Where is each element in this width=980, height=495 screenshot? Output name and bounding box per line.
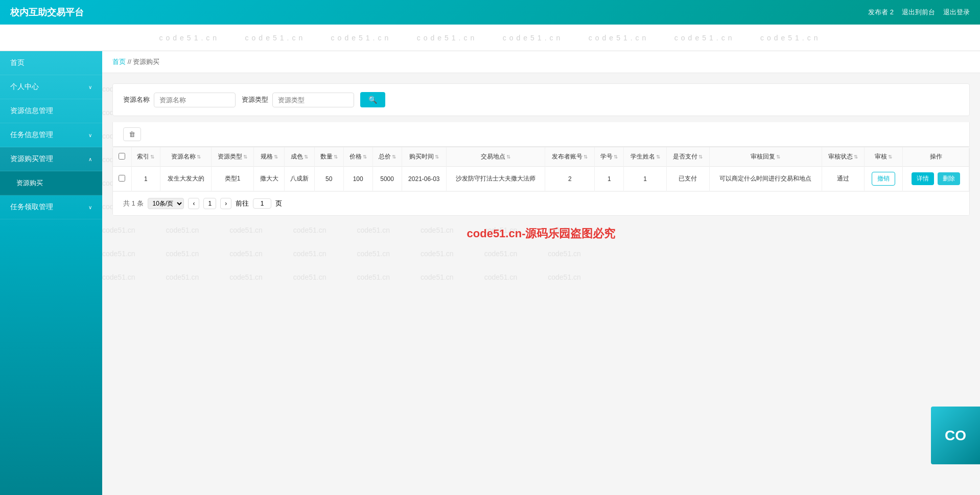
sidebar-item-task-info[interactable]: 任务信息管理 ∨ [0,123,102,147]
sidebar-item-resource-buy[interactable]: 资源购买管理 ∧ [0,147,102,171]
cell-buy-time: 2021-06-03 [402,167,447,191]
page-size-select[interactable]: 10条/页 20条/页 50条/页 [148,198,184,209]
cell-name: 发生大发大的 [160,167,211,191]
table-header-row: 索引⇅ 资源名称⇅ 资源类型⇅ 规格⇅ 成色⇅ 数量⇅ 价格⇅ 总价⇅ 购买时间… [113,147,969,167]
banner-watermark: code51.cn code51.cn code51.cn code51.cn … [159,34,821,42]
cell-publisher-num: 2 [545,167,595,191]
col-spec: 规格⇅ [254,147,284,167]
chevron-down-icon-task: ∨ [88,132,92,138]
purchase-table: 索引⇅ 资源名称⇅ 资源类型⇅ 规格⇅ 成色⇅ 数量⇅ 价格⇅ 总价⇅ 购买时间… [113,147,969,191]
col-type: 资源类型⇅ [211,147,254,167]
col-total: 总价⇅ [372,147,402,167]
breadcrumb: 首页 // 资源购买 [102,51,980,73]
resource-type-input[interactable] [272,93,354,107]
cell-review-action: 撤销 [865,167,903,191]
select-all-checkbox[interactable] [119,153,125,160]
cell-price: 100 [343,167,372,191]
resource-type-label: 资源类型 [242,95,268,104]
app-title: 校内互助交易平台 [10,6,84,18]
col-location: 交易地点⇅ [447,147,545,167]
prev-page-button[interactable]: ‹ [188,198,199,209]
user-label: 发布者 2 [868,8,894,17]
col-review-reply: 审核回复⇅ [709,147,822,167]
resource-type-field: 资源类型 [242,93,354,107]
resource-name-field: 资源名称 [123,93,236,107]
cell-review-status: 通过 [822,167,865,191]
header-actions: 发布者 2 退出到前台 退出登录 [868,8,970,17]
sidebar: 首页 个人中心 ∨ 资源信息管理 任务信息管理 ∨ 资源购买管理 ∧ 资源购买 … [0,51,102,495]
cell-total: 5000 [372,167,402,191]
table-row: 1 发生大发大的 类型1 撒大大 八成新 50 100 5000 2021-06… [113,167,969,191]
col-buy-time: 购买时间⇅ [402,147,447,167]
page-1-button[interactable]: 1 [203,198,216,209]
page-unit: 页 [275,199,282,208]
breadcrumb-separator: // [128,58,133,65]
breadcrumb-home[interactable]: 首页 [112,58,126,65]
chevron-down-icon: ∨ [88,84,92,90]
cell-location: 沙发防守打法士大夫撒大法师 [447,167,545,191]
col-index: 索引⇅ [131,147,160,167]
sidebar-label-resource-info: 资源信息管理 [10,106,53,116]
page-content: 资源名称 资源类型 🔍 🗑 [102,73,980,262]
next-page-button[interactable]: › [220,198,231,209]
sidebar-item-home[interactable]: 首页 [0,51,102,75]
col-price: 价格⇅ [343,147,372,167]
sidebar-label-task-claim: 任务领取管理 [10,202,53,212]
revoke-button[interactable]: 撤销 [872,172,895,186]
goto-front-link[interactable]: 退出到前台 [902,8,935,17]
sidebar-item-personal[interactable]: 个人中心 ∨ [0,75,102,99]
sidebar-item-resource-buy-sub[interactable]: 资源购买 [0,171,102,195]
search-button[interactable]: 🔍 [360,92,385,107]
cell-review-reply: 可以商定什么时间进行交易和地点 [709,167,822,191]
header: 校内互助交易平台 发布者 2 退出到前台 退出登录 [0,0,980,25]
red-watermark-text: code51.cn-源码乐园盗图必究 [112,216,970,252]
sidebar-label-home: 首页 [10,58,25,68]
resource-name-label: 资源名称 [123,95,150,104]
col-operations: 操作 [903,147,969,167]
cell-paid: 已支付 [666,167,709,191]
delete-button[interactable]: 🗑 [123,127,141,141]
resource-name-input[interactable] [154,93,236,107]
row-checkbox[interactable] [119,175,125,182]
cell-spec: 撒大大 [254,167,284,191]
col-quality: 成色⇅ [284,147,314,167]
sidebar-label-task-info: 任务信息管理 [10,130,53,140]
row-checkbox-cell [113,167,131,191]
cell-student-num: 1 [595,167,624,191]
cell-operations: 详情 删除 [903,167,969,191]
search-bar: 资源名称 资源类型 🔍 [112,83,970,116]
chevron-up-icon: ∧ [88,156,92,162]
detail-button[interactable]: 详情 [912,172,934,185]
cell-quality: 八成新 [284,167,314,191]
chevron-down-icon-claim: ∨ [88,205,92,210]
sidebar-item-resource-info[interactable]: 资源信息管理 [0,99,102,123]
col-name: 资源名称⇅ [160,147,211,167]
table-body: 1 发生大发大的 类型1 撒大大 八成新 50 100 5000 2021-06… [113,167,969,191]
pagination-total: 共 1 条 [123,199,144,208]
cell-qty: 50 [314,167,343,191]
co-badge: CO [931,407,980,464]
sidebar-item-task-claim[interactable]: 任务领取管理 ∨ [0,195,102,219]
pagination: 共 1 条 10条/页 20条/页 50条/页 ‹ 1 › 前往 页 [113,191,969,215]
breadcrumb-current: 资源购买 [133,58,159,65]
logout-link[interactable]: 退出登录 [943,8,970,17]
main-layout: 首页 个人中心 ∨ 资源信息管理 任务信息管理 ∨ 资源购买管理 ∧ 资源购买 … [0,51,980,495]
remove-button[interactable]: 删除 [938,172,960,185]
col-review-status: 审核状态⇅ [822,147,865,167]
co-badge-text: CO [945,428,966,444]
action-bar: 🗑 [112,122,970,147]
cell-student-name: 1 [624,167,667,191]
sidebar-label-personal: 个人中心 [10,82,39,92]
col-review-action: 审核⇅ [865,147,903,167]
col-paid: 是否支付⇅ [666,147,709,167]
goto-page-input[interactable] [253,198,271,209]
goto-label: 前往 [236,199,249,208]
cell-index: 1 [131,167,160,191]
sidebar-label-resource-buy: 资源购买管理 [10,154,53,164]
header-checkbox-cell [113,147,131,167]
data-table: 索引⇅ 资源名称⇅ 资源类型⇅ 规格⇅ 成色⇅ 数量⇅ 价格⇅ 总价⇅ 购买时间… [112,147,970,216]
cell-type: 类型1 [211,167,254,191]
sidebar-label-resource-buy-sub: 资源购买 [16,178,43,188]
col-student-name: 学生姓名⇅ [624,147,667,167]
col-publisher-num: 发布者账号⇅ [545,147,595,167]
